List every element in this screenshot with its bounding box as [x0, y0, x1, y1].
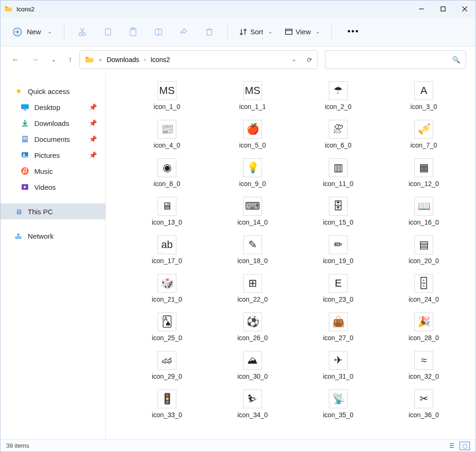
copy-button[interactable] [96, 23, 119, 41]
file-item[interactable]: 💡icon_9_0 [210, 155, 295, 191]
file-item[interactable]: ✈icon_31_0 [296, 347, 381, 384]
file-item[interactable]: ⊞icon_22_0 [210, 270, 295, 307]
file-thumbnail: ⊞ [243, 274, 262, 293]
file-name: icon_22_0 [238, 296, 268, 303]
sort-icon [239, 28, 247, 36]
file-thumbnail: 🖥 [158, 197, 176, 216]
sidebar-this-pc[interactable]: 🖥 This PC [0, 203, 105, 219]
share-button[interactable] [173, 23, 195, 41]
forward-button[interactable]: → [32, 55, 39, 64]
file-item[interactable]: MSicon_1_1 [210, 78, 295, 114]
file-item[interactable]: 🎉icon_28_0 [381, 309, 466, 345]
file-item[interactable]: 🚦icon_33_0 [125, 386, 209, 422]
file-thumbnail: 🍎 [243, 120, 262, 139]
file-item[interactable]: Aicon_3_0 [381, 78, 466, 114]
file-name: icon_1_0 [154, 103, 181, 110]
chevron-down-icon: ⌄ [268, 29, 272, 35]
file-item[interactable]: 📖icon_16_0 [381, 193, 466, 230]
file-name: icon_35_0 [323, 411, 354, 419]
file-name: icon_19_0 [323, 257, 354, 265]
file-name: icon_8_0 [154, 180, 181, 187]
file-item[interactable]: ≈icon_32_0 [381, 347, 466, 384]
sidebar-label: Network [28, 232, 54, 240]
sidebar-item-music[interactable]: Music [0, 163, 105, 179]
up-button[interactable]: ↑ [68, 55, 72, 64]
file-item[interactable]: ✏icon_19_0 [296, 232, 381, 268]
file-item[interactable]: ⛰icon_30_0 [210, 347, 295, 384]
sidebar: ★ Quick access Desktop📌Downloads📌Documen… [0, 73, 106, 439]
breadcrumb-icons2[interactable]: Icons2 [151, 56, 170, 63]
file-thumbnail: ✂ [414, 390, 433, 408]
address-bar[interactable]: « Downloads › Icons2 ⌄ ⟳ [79, 50, 317, 69]
svg-rect-21 [21, 104, 29, 109]
search-input[interactable]: 🔍 [325, 50, 466, 69]
sidebar-quick-access[interactable]: ★ Quick access [0, 83, 105, 99]
file-item[interactable]: 🁫icon_24_0 [381, 270, 466, 307]
maximize-button[interactable] [432, 0, 454, 17]
back-button[interactable]: ← [12, 55, 19, 64]
file-item[interactable]: 👜icon_27_0 [296, 309, 381, 345]
minimize-button[interactable] [411, 0, 432, 17]
recent-locations-button[interactable]: ⌄ [51, 56, 56, 63]
command-bar: New ⌄ Sort ⌄ View ⌄ ••• [0, 17, 476, 47]
sort-button[interactable]: Sort ⌄ [234, 26, 277, 38]
file-item[interactable]: ▦icon_12_0 [381, 155, 466, 191]
sidebar-item-pictures[interactable]: Pictures📌 [0, 147, 105, 163]
file-item[interactable]: ✂icon_36_0 [381, 386, 466, 422]
file-item[interactable]: 📡icon_35_0 [296, 386, 381, 422]
icons-view-button[interactable]: ▢ [460, 442, 470, 450]
file-item[interactable]: 🎲icon_21_0 [125, 270, 209, 307]
close-button[interactable] [454, 0, 476, 17]
file-item[interactable]: 🖥icon_13_0 [125, 193, 209, 230]
file-thumbnail: ◉ [158, 158, 176, 177]
file-thumbnail: 📰 [158, 120, 176, 139]
sort-label: Sort [250, 28, 263, 36]
file-item[interactable]: Eicon_23_0 [296, 270, 381, 307]
sidebar-item-desktop[interactable]: Desktop📌 [0, 99, 105, 115]
rename-button[interactable] [147, 23, 170, 41]
file-item[interactable]: 🍎icon_5_0 [210, 116, 295, 153]
chevron-down-icon: ⌄ [48, 29, 52, 35]
file-list[interactable]: MSicon_1_0MSicon_1_1☂icon_2_0Aicon_3_0📰i… [106, 73, 476, 439]
cut-button[interactable] [71, 23, 94, 41]
network-icon: 🖧 [14, 231, 23, 241]
paste-icon [128, 27, 138, 37]
file-item[interactable]: 🗄icon_15_0 [296, 193, 381, 230]
file-item[interactable]: 🎺icon_7_0 [381, 116, 466, 153]
sidebar-item-videos[interactable]: Videos [0, 179, 105, 195]
file-name: icon_7_0 [411, 141, 437, 149]
more-button[interactable]: ••• [343, 27, 364, 37]
new-button[interactable]: New ⌄ [7, 24, 57, 39]
file-item[interactable]: ⛈icon_6_0 [296, 116, 381, 153]
file-item[interactable]: 📰icon_4_0 [125, 116, 209, 153]
file-item[interactable]: ☂icon_2_0 [296, 78, 381, 114]
file-item[interactable]: ▤icon_20_0 [381, 232, 466, 268]
file-item[interactable]: ⌨icon_14_0 [210, 193, 295, 230]
file-item[interactable]: ⚽icon_26_0 [210, 309, 295, 345]
sidebar-item-label: Downloads [34, 119, 69, 127]
breadcrumb-downloads[interactable]: Downloads [107, 56, 139, 63]
sidebar-item-documents[interactable]: Documents📌 [0, 131, 105, 147]
file-name: icon_21_0 [152, 296, 182, 303]
file-item[interactable]: 🂡icon_25_0 [125, 309, 209, 345]
details-view-button[interactable]: ☰ [446, 442, 457, 450]
file-item[interactable]: ◉icon_8_0 [125, 155, 209, 191]
file-name: icon_13_0 [152, 218, 182, 226]
file-item[interactable]: ⛷icon_34_0 [210, 386, 295, 422]
breadcrumb-dropdown[interactable]: ⌄ [292, 56, 296, 63]
file-item[interactable]: 🏎icon_29_0 [125, 347, 209, 384]
file-item[interactable]: abicon_17_0 [125, 232, 209, 268]
file-name: icon_30_0 [238, 373, 268, 380]
delete-button[interactable] [198, 23, 221, 41]
file-thumbnail: 🏎 [158, 351, 176, 370]
file-item[interactable]: MSicon_1_0 [125, 78, 209, 114]
paste-button[interactable] [122, 23, 144, 41]
file-name: icon_17_0 [152, 257, 182, 265]
file-item[interactable]: ▥icon_11_0 [296, 155, 381, 191]
file-item[interactable]: ✎icon_18_0 [210, 232, 295, 268]
search-icon: 🔍 [452, 56, 460, 63]
sidebar-network[interactable]: 🖧 Network [0, 228, 105, 244]
view-button[interactable]: View ⌄ [280, 26, 325, 38]
refresh-button[interactable]: ⟳ [307, 56, 312, 63]
sidebar-item-downloads[interactable]: Downloads📌 [0, 115, 105, 131]
